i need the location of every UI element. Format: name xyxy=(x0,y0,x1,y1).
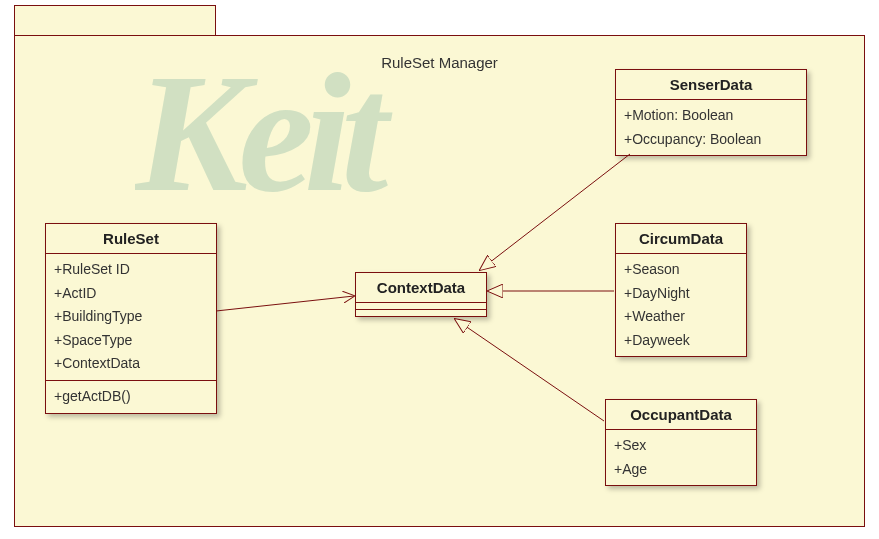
attr-line: +Motion: Boolean xyxy=(624,104,798,128)
op-line: +getActDB() xyxy=(54,385,208,409)
gen-occupantdata-contextdata xyxy=(455,319,604,421)
attr-line: +ContextData xyxy=(54,352,208,376)
attr-line: +Dayweek xyxy=(624,329,738,353)
attr-line: +Weather xyxy=(624,305,738,329)
class-occupantdata-title: OccupantData xyxy=(606,400,756,430)
class-contextdata: ContextData xyxy=(355,272,487,317)
class-ruleset-title: RuleSet xyxy=(46,224,216,254)
class-contextdata-attrs xyxy=(356,303,486,310)
class-circumdata: CircumData +Season +DayNight +Weather +D… xyxy=(615,223,747,357)
class-circumdata-title: CircumData xyxy=(616,224,746,254)
class-occupantdata-attrs: +Sex +Age xyxy=(606,430,756,485)
class-senserdata-attrs: +Motion: Boolean +Occupancy: Boolean xyxy=(616,100,806,155)
class-ruleset-attrs: +RuleSet ID +ActID +BuildingType +SpaceT… xyxy=(46,254,216,381)
class-ruleset: RuleSet +RuleSet ID +ActID +BuildingType… xyxy=(45,223,217,414)
attr-line: +Occupancy: Boolean xyxy=(624,128,798,152)
diagram-canvas: Keit RuleSet Manager RuleSet +RuleSet ID… xyxy=(0,0,879,539)
class-contextdata-title: ContextData xyxy=(356,273,486,303)
package-body: Keit RuleSet Manager RuleSet +RuleSet ID… xyxy=(14,35,865,527)
package-tab xyxy=(14,5,216,37)
attr-line: +BuildingType xyxy=(54,305,208,329)
gen-senserdata-contextdata xyxy=(480,154,630,270)
attr-line: +DayNight xyxy=(624,282,738,306)
attr-line: +Sex xyxy=(614,434,748,458)
attr-line: +ActID xyxy=(54,282,208,306)
attr-line: +Age xyxy=(614,458,748,482)
class-senserdata-title: SenserData xyxy=(616,70,806,100)
attr-line: +SpaceType xyxy=(54,329,208,353)
assoc-ruleset-contextdata xyxy=(216,296,354,311)
class-contextdata-ops xyxy=(356,310,486,316)
class-circumdata-attrs: +Season +DayNight +Weather +Dayweek xyxy=(616,254,746,356)
class-ruleset-ops: +getActDB() xyxy=(46,381,216,413)
class-occupantdata: OccupantData +Sex +Age xyxy=(605,399,757,486)
attr-line: +Season xyxy=(624,258,738,282)
attr-line: +RuleSet ID xyxy=(54,258,208,282)
class-senserdata: SenserData +Motion: Boolean +Occupancy: … xyxy=(615,69,807,156)
